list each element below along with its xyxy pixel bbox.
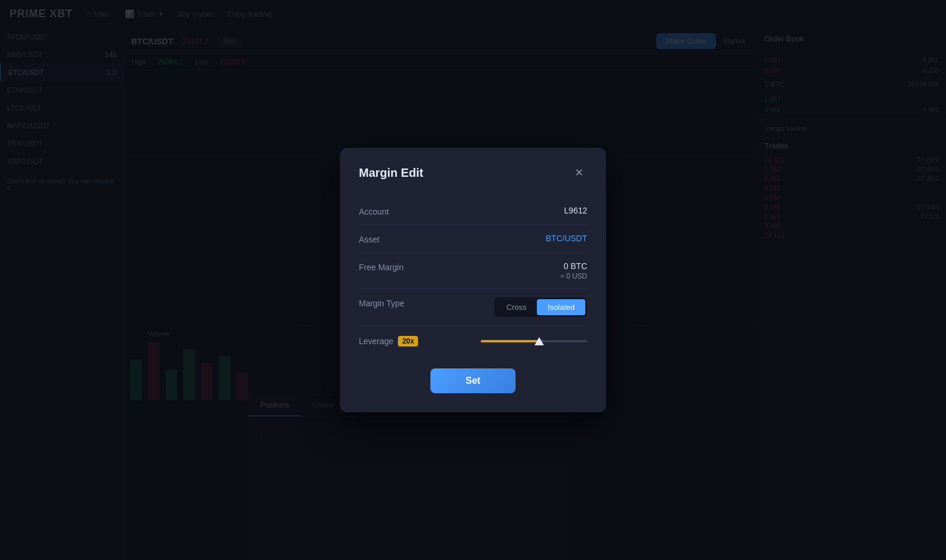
margin-type-toggle: Cross Isolated (494, 297, 588, 317)
free-margin-label: Free Margin (359, 261, 403, 272)
set-button[interactable]: Set (430, 368, 516, 393)
leverage-row: Leverage 20x (359, 326, 587, 352)
asset-value: BTC/USDT (546, 234, 587, 243)
free-margin-value: 0 BTC ≈ 0 USD (561, 261, 587, 280)
free-margin-btc: 0 BTC (563, 261, 587, 271)
leverage-label: Leverage (359, 336, 393, 346)
modal-header: Margin Edit ✕ (359, 164, 587, 181)
set-btn-container: Set (359, 368, 587, 393)
modal-overlay[interactable]: Margin Edit ✕ Account L9612 Asset BTC/US… (0, 0, 946, 560)
account-row: Account L9612 (359, 198, 587, 225)
modal-close-button[interactable]: ✕ (571, 164, 587, 181)
asset-label: Asset (359, 234, 380, 244)
leverage-slider[interactable] (481, 335, 587, 347)
asset-row: Asset BTC/USDT (359, 225, 587, 253)
modal-title: Margin Edit (359, 166, 423, 180)
margin-type-label: Margin Type (359, 297, 404, 308)
close-icon: ✕ (575, 166, 584, 179)
isolated-btn[interactable]: Isolated (537, 299, 585, 315)
leverage-badge: 20x (398, 336, 418, 347)
slider-track (481, 340, 587, 342)
leverage-left: Leverage 20x (359, 336, 418, 347)
free-margin-usd: ≈ 0 USD (561, 272, 587, 280)
slider-thumb (534, 337, 544, 345)
account-value: L9612 (564, 206, 587, 215)
margin-type-row: Margin Type Cross Isolated (359, 289, 587, 326)
account-label: Account (359, 206, 389, 216)
margin-edit-modal: Margin Edit ✕ Account L9612 Asset BTC/US… (340, 148, 606, 412)
cross-btn[interactable]: Cross (496, 299, 537, 315)
free-margin-row: Free Margin 0 BTC ≈ 0 USD (359, 253, 587, 289)
